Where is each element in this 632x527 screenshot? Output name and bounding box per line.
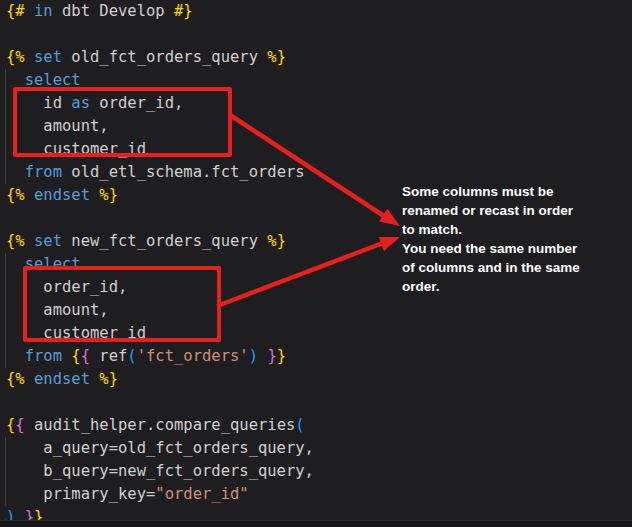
code-token: ( — [127, 347, 136, 365]
code-line[interactable]: a_query=old_fct_orders_query, — [6, 437, 632, 460]
code-token: old_fct_orders_query — [62, 48, 267, 66]
annotation-line: order. — [402, 277, 592, 296]
code-token: %} — [99, 370, 118, 388]
code-token: customer_id — [6, 324, 146, 342]
code-token: amount, — [6, 301, 109, 319]
code-token: order_id, — [6, 278, 127, 296]
code-token: {% — [6, 48, 25, 66]
code-token: %} — [267, 48, 286, 66]
indent-guide — [5, 437, 6, 506]
code-line[interactable]: primary_key="order_id" — [6, 483, 632, 506]
code-token — [6, 163, 25, 181]
code-token: amount, — [6, 117, 109, 135]
code-token — [25, 48, 34, 66]
code-token: set — [34, 232, 62, 250]
code-editor-screenshot: {# in dbt Develop #}{% set old_fct_order… — [0, 0, 632, 527]
annotation-note: Some columns must berenamed or recast in… — [402, 182, 592, 296]
code-line[interactable]: {# in dbt Develop #} — [6, 0, 632, 23]
code-token — [62, 347, 71, 365]
code-token: new_fct_orders_query — [62, 232, 267, 250]
code-token: in — [34, 2, 53, 20]
code-token: { — [15, 416, 24, 434]
code-token: {% — [6, 232, 25, 250]
annotation-line: of columns and in the same — [402, 258, 592, 277]
code-token: order_id, — [90, 94, 183, 112]
code-line[interactable]: select — [6, 69, 632, 92]
code-token — [90, 370, 99, 388]
code-token: a_query=old_fct_orders_query, — [6, 439, 314, 457]
code-token: 'fct_orders' — [137, 347, 249, 365]
code-token: { — [6, 416, 15, 434]
annotation-line: renamed or recast in order — [402, 201, 592, 220]
code-line[interactable]: b_query=new_fct_orders_query, — [6, 460, 632, 483]
code-token: { — [81, 347, 90, 365]
code-token: select — [25, 71, 81, 89]
code-token — [6, 71, 25, 89]
code-token — [25, 186, 34, 204]
code-token — [90, 186, 99, 204]
horizontal-scrollbar-track[interactable] — [0, 520, 632, 527]
code-token — [6, 347, 25, 365]
code-line[interactable]: amount, — [6, 299, 632, 322]
code-token: customer_id — [6, 140, 146, 158]
code-token: primary_key= — [6, 485, 155, 503]
indent-guide — [5, 253, 6, 368]
code-line[interactable]: {% endset %} — [6, 368, 632, 391]
code-token — [25, 232, 34, 250]
code-token: "order_id" — [155, 485, 248, 503]
code-token: audit_helper.compare_queries — [25, 416, 296, 434]
code-line[interactable]: from {{ ref('fct_orders') }} — [6, 345, 632, 368]
annotation-line: Some columns must be — [402, 182, 592, 201]
code-token: dbt Develop — [53, 2, 174, 20]
code-token: as — [71, 94, 90, 112]
code-token: from — [25, 347, 62, 365]
code-token: from — [25, 163, 62, 181]
code-token: {% — [6, 370, 25, 388]
code-line[interactable]: amount, — [6, 115, 632, 138]
code-line[interactable]: id as order_id, — [6, 92, 632, 115]
code-token — [258, 347, 267, 365]
indent-guide — [5, 69, 6, 184]
code-token: } — [267, 347, 276, 365]
code-line[interactable]: customer_id — [6, 322, 632, 345]
code-token: b_query=new_fct_orders_query, — [6, 462, 314, 480]
code-line[interactable]: customer_id — [6, 138, 632, 161]
code-token — [25, 2, 34, 20]
code-token: ref — [90, 347, 127, 365]
code-token: id — [6, 94, 71, 112]
code-token: old_etl_schema.fct_orders — [62, 163, 305, 181]
code-line[interactable] — [6, 23, 632, 46]
code-token — [25, 370, 34, 388]
code-token: endset — [34, 370, 90, 388]
code-token: { — [71, 347, 80, 365]
code-token: ( — [295, 416, 304, 434]
code-line[interactable]: {{ audit_helper.compare_queries( — [6, 414, 632, 437]
code-token: set — [34, 48, 62, 66]
code-line[interactable]: from old_etl_schema.fct_orders — [6, 161, 632, 184]
code-token: {# — [6, 2, 25, 20]
code-token: select — [25, 255, 81, 273]
code-token — [6, 255, 25, 273]
code-line[interactable]: {% set old_fct_orders_query %} — [6, 46, 632, 69]
code-token: %} — [267, 232, 286, 250]
annotation-line: You need the same number — [402, 239, 592, 258]
code-token: %} — [99, 186, 118, 204]
code-token: endset — [34, 186, 90, 204]
code-line[interactable] — [6, 391, 632, 414]
code-token: ) — [249, 347, 258, 365]
annotation-line: to match. — [402, 220, 592, 239]
code-token: #} — [174, 2, 193, 20]
code-token: {% — [6, 186, 25, 204]
code-token: } — [277, 347, 286, 365]
